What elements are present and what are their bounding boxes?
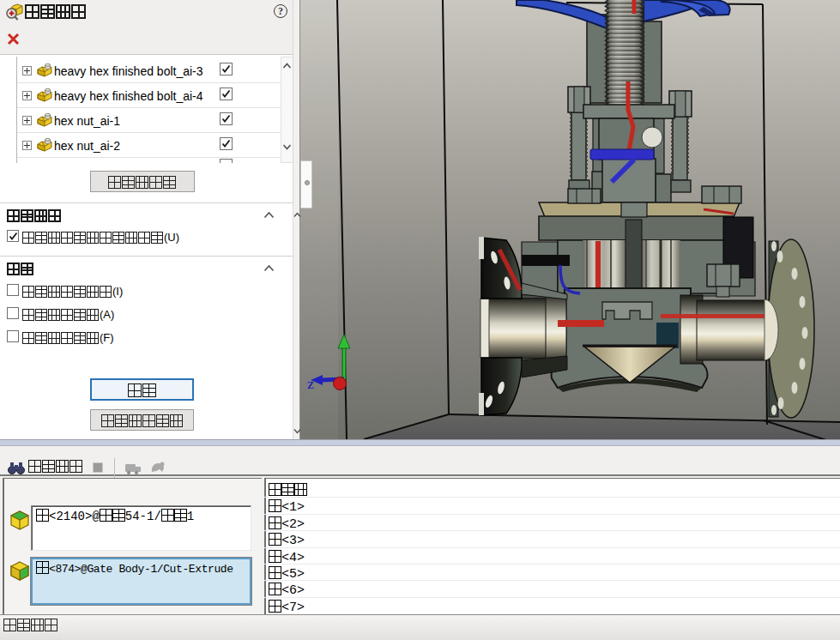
svg-text:Z: Z — [307, 379, 314, 391]
